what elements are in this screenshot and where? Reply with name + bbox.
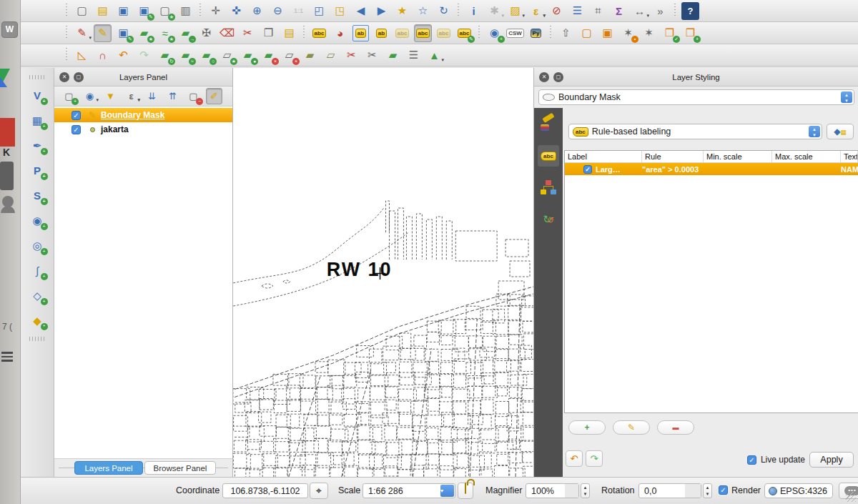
field-calculator-icon[interactable]: ⌗: [589, 2, 607, 20]
zoom-last-icon[interactable]: ◀: [352, 2, 370, 20]
filter-legend-icon[interactable]: ▼: [102, 88, 119, 104]
move-feature-icon[interactable]: ▰→: [177, 24, 194, 42]
magnifier-stepper[interactable]: ▲▼: [581, 483, 590, 498]
rotate-point-symbols-icon[interactable]: ▲▾: [425, 46, 443, 64]
toolbar-overflow-icon[interactable]: »: [651, 2, 669, 20]
mouse-tracking-button[interactable]: ⌖: [310, 483, 328, 499]
node-tool-icon[interactable]: ≈▾★: [156, 24, 174, 42]
toggle-editing-icon[interactable]: ✎: [94, 24, 112, 42]
add-wms-layer-icon[interactable]: ◉+: [29, 212, 46, 229]
float-panel-icon[interactable]: ◻: [74, 72, 84, 82]
rotation-field[interactable]: 0,0: [638, 483, 701, 498]
labeling-options-icon[interactable]: abc: [310, 24, 328, 42]
expand-all-icon[interactable]: ⇊: [144, 88, 160, 104]
zoom-next-icon[interactable]: ▶: [373, 2, 390, 20]
collapse-all-icon[interactable]: ⇈: [164, 88, 181, 104]
select-features-icon[interactable]: ▨▾: [506, 2, 524, 20]
metasearch-icon[interactable]: ◉+: [485, 24, 503, 42]
save-project-as-icon[interactable]: ▣✎: [135, 2, 153, 20]
annotation-arrow-icon[interactable]: ⇧: [557, 24, 575, 42]
dropdown-spinner-icon[interactable]: ▲▼: [841, 92, 852, 103]
add-virtual-layer-icon[interactable]: ◇+: [29, 287, 46, 305]
new-project-icon[interactable]: ▢: [73, 2, 91, 20]
filter-expression-icon[interactable]: ε▾: [123, 88, 139, 104]
processing-wand-icon[interactable]: ✶•: [619, 24, 637, 42]
mapbook-sync-icon[interactable]: ❒✓: [661, 24, 679, 42]
delete-ring-icon[interactable]: ▰×: [260, 46, 277, 64]
show-bookmarks-icon[interactable]: ☆: [414, 2, 432, 20]
delete-part-icon[interactable]: ▱×: [280, 46, 298, 64]
new-print-composer-icon[interactable]: ▢★: [156, 2, 174, 20]
add-delimited-text-icon[interactable]: ✒+: [29, 137, 46, 154]
tab-symbology[interactable]: [538, 114, 559, 135]
live-update-checkbox[interactable]: ✓: [747, 455, 756, 465]
current-edits-icon[interactable]: ✎▾: [73, 24, 91, 42]
zoom-native-icon[interactable]: 1:1: [290, 2, 307, 20]
scale-dropdown-icon[interactable]: ▾: [440, 485, 454, 497]
zoom-to-layer-icon[interactable]: ◳: [331, 2, 349, 20]
refresh-icon[interactable]: ↻: [435, 2, 453, 20]
add-wcs-layer-icon[interactable]: ◎▾+: [29, 237, 46, 255]
layer-selector-dropdown[interactable]: Boundary Mask ▲▼: [538, 89, 854, 105]
add-spatialite-layer-icon[interactable]: S▾+: [29, 187, 46, 204]
extent-inner-icon[interactable]: ▣: [598, 24, 616, 42]
add-vector-layer-icon[interactable]: V+: [29, 87, 46, 104]
render-checkbox[interactable]: ✓: [719, 485, 728, 495]
layer-tree[interactable]: ✓ ✎ Boundary Mask ✓ jakarta: [54, 107, 232, 458]
tab-history[interactable]: ↻↺: [538, 208, 559, 229]
python-console-icon[interactable]: Py: [527, 24, 545, 42]
rule-checkbox[interactable]: ✓: [583, 165, 592, 174]
apply-button[interactable]: Apply: [809, 452, 854, 468]
toolbar-drag-handle[interactable]: [29, 75, 45, 79]
merge-features-icon[interactable]: ▰: [384, 46, 402, 64]
layer-item-jakarta[interactable]: ✓ jakarta: [54, 122, 232, 137]
save-layer-edits-icon[interactable]: ▣✎: [114, 24, 132, 42]
highlight-pinned-labels-icon[interactable]: ab: [373, 24, 390, 42]
layer-visibility-checkbox[interactable]: ✓: [72, 111, 81, 120]
crs-status-button[interactable]: EPSG:4326: [764, 483, 833, 498]
undo-style-button[interactable]: ↶: [566, 450, 583, 467]
paste-features-icon[interactable]: ▤: [280, 24, 298, 42]
diagram-options-icon[interactable]: ◕: [331, 24, 349, 42]
split-parts-icon[interactable]: ✂: [363, 46, 381, 64]
deselect-all-icon[interactable]: ⊘: [548, 2, 566, 20]
rule-row[interactable]: ✓ Larg… "area" > 0.0003 NAM: [565, 163, 858, 175]
split-features-icon[interactable]: ✂: [342, 46, 360, 64]
rotate-feature-icon[interactable]: ▰↻: [156, 46, 174, 64]
zoom-in-icon[interactable]: ⊕: [248, 2, 266, 20]
undo-icon[interactable]: ↶: [114, 46, 132, 64]
remove-layer-icon[interactable]: ▢−: [185, 88, 202, 104]
change-label-icon[interactable]: abc✎: [455, 24, 473, 42]
layer-visibility-checkbox[interactable]: ✓: [72, 125, 81, 134]
float-panel-icon[interactable]: ◻: [553, 72, 563, 82]
labeling-rules-table[interactable]: Label Rule Min. scale Max. scale Text ✓ …: [564, 150, 858, 413]
offset-curve-icon[interactable]: ▱: [322, 46, 340, 64]
edit-rule-button[interactable]: ✎: [613, 420, 650, 435]
simplify-feature-icon[interactable]: ▰≈: [177, 46, 194, 64]
new-bookmark-icon[interactable]: ★: [393, 2, 411, 20]
add-part-icon[interactable]: ▱★: [218, 46, 236, 64]
move-label-icon[interactable]: abc: [414, 24, 432, 42]
scale-lock-button[interactable]: [458, 483, 473, 499]
redo-icon[interactable]: ↷: [135, 46, 153, 64]
tab-diagrams[interactable]: [538, 177, 559, 198]
measure-icon[interactable]: ↔▾: [631, 2, 649, 20]
automated-placement-button[interactable]: ◆▦: [827, 124, 854, 139]
manage-visibility-icon[interactable]: ◉▾: [82, 88, 98, 104]
dropdown-spinner-icon[interactable]: ▲▼: [809, 126, 820, 137]
measure-angle-icon[interactable]: ◺: [73, 46, 91, 64]
magnifier-field[interactable]: 100%: [526, 483, 579, 498]
zoom-full-icon[interactable]: ◰: [310, 2, 328, 20]
copy-features-icon[interactable]: ❐: [260, 24, 277, 42]
close-panel-icon[interactable]: ✕: [539, 72, 549, 82]
pan-map-icon[interactable]: ✛: [207, 2, 225, 20]
rotate-label-icon[interactable]: abc: [435, 24, 453, 42]
save-project-icon[interactable]: ▣: [114, 2, 132, 20]
help-icon[interactable]: ?: [681, 2, 699, 20]
rotation-stepper[interactable]: ▲▼: [703, 483, 712, 498]
map-canvas[interactable]: RW 10: [233, 68, 534, 477]
add-geopackage-layer-icon[interactable]: ◆▾*: [29, 312, 46, 330]
composer-manager-icon[interactable]: ▥: [177, 2, 194, 20]
add-group-icon[interactable]: ▢+: [61, 88, 77, 104]
layer-item-boundary-mask[interactable]: ✓ ✎ Boundary Mask: [54, 108, 232, 122]
